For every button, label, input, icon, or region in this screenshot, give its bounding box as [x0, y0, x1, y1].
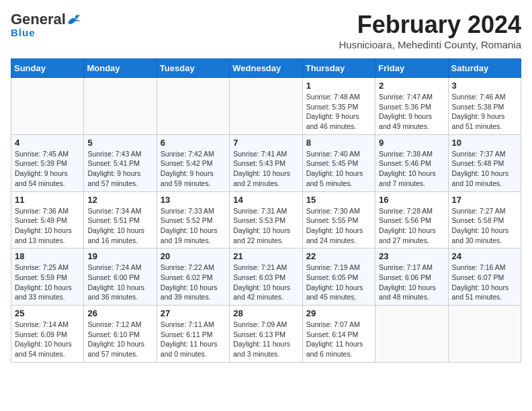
week-row-3: 11Sunrise: 7:36 AM Sunset: 5:49 PM Dayli…	[11, 191, 521, 248]
day-info: Sunrise: 7:40 AM Sunset: 5:45 PM Dayligh…	[306, 149, 371, 189]
calendar-cell: 4Sunrise: 7:45 AM Sunset: 5:39 PM Daylig…	[11, 134, 84, 191]
week-row-4: 18Sunrise: 7:25 AM Sunset: 5:59 PM Dayli…	[11, 248, 521, 306]
calendar-cell: 23Sunrise: 7:17 AM Sunset: 6:06 PM Dayli…	[375, 248, 448, 306]
day-number: 13	[161, 195, 226, 205]
month-year-title: February 2024	[339, 11, 521, 39]
logo-general: General	[11, 11, 66, 28]
header-sunday: Sunday	[11, 59, 84, 78]
day-number: 6	[161, 138, 226, 148]
calendar-cell: 13Sunrise: 7:33 AM Sunset: 5:52 PM Dayli…	[157, 191, 229, 248]
day-info: Sunrise: 7:36 AM Sunset: 5:49 PM Dayligh…	[15, 206, 80, 246]
day-info: Sunrise: 7:27 AM Sunset: 5:58 PM Dayligh…	[452, 206, 517, 246]
day-number: 11	[15, 195, 80, 205]
calendar-cell	[11, 78, 84, 135]
day-number: 17	[452, 195, 517, 205]
day-info: Sunrise: 7:46 AM Sunset: 5:38 PM Dayligh…	[452, 92, 517, 132]
day-info: Sunrise: 7:41 AM Sunset: 5:43 PM Dayligh…	[233, 149, 298, 189]
day-number: 16	[379, 195, 444, 205]
calendar-cell: 3Sunrise: 7:46 AM Sunset: 5:38 PM Daylig…	[448, 78, 521, 135]
calendar-cell: 27Sunrise: 7:11 AM Sunset: 6:11 PM Dayli…	[157, 306, 229, 363]
calendar-cell	[84, 78, 157, 135]
header-friday: Friday	[375, 59, 448, 78]
calendar-cell: 11Sunrise: 7:36 AM Sunset: 5:49 PM Dayli…	[11, 191, 84, 248]
day-info: Sunrise: 7:48 AM Sunset: 5:35 PM Dayligh…	[306, 92, 371, 132]
day-number: 19	[87, 251, 152, 261]
day-info: Sunrise: 7:14 AM Sunset: 6:09 PM Dayligh…	[15, 320, 80, 359]
calendar-cell: 7Sunrise: 7:41 AM Sunset: 5:43 PM Daylig…	[230, 134, 302, 191]
calendar-cell: 18Sunrise: 7:25 AM Sunset: 5:59 PM Dayli…	[11, 248, 84, 306]
calendar-cell: 26Sunrise: 7:12 AM Sunset: 6:10 PM Dayli…	[84, 306, 157, 363]
day-number: 5	[87, 138, 152, 148]
calendar-cell: 6Sunrise: 7:42 AM Sunset: 5:42 PM Daylig…	[157, 134, 229, 191]
week-row-1: 1Sunrise: 7:48 AM Sunset: 5:35 PM Daylig…	[11, 78, 521, 135]
page-header: General Blue February 2024 Husnicioara, …	[11, 11, 521, 50]
day-number: 25	[15, 308, 80, 318]
calendar-cell: 20Sunrise: 7:22 AM Sunset: 6:02 PM Dayli…	[157, 248, 229, 306]
day-info: Sunrise: 7:11 AM Sunset: 6:11 PM Dayligh…	[161, 320, 226, 359]
day-number: 14	[233, 195, 298, 205]
day-info: Sunrise: 7:09 AM Sunset: 6:13 PM Dayligh…	[233, 320, 298, 359]
title-section: February 2024 Husnicioara, Mehedinti Cou…	[339, 11, 521, 50]
calendar-cell	[230, 78, 302, 135]
day-number: 2	[379, 81, 444, 91]
day-info: Sunrise: 7:28 AM Sunset: 5:56 PM Dayligh…	[379, 206, 444, 246]
calendar-cell	[448, 306, 521, 363]
day-number: 29	[306, 308, 371, 318]
weekday-header-row: SundayMondayTuesdayWednesdayThursdayFrid…	[11, 59, 521, 78]
calendar-cell	[157, 78, 229, 135]
header-tuesday: Tuesday	[157, 59, 229, 78]
day-number: 15	[306, 195, 371, 205]
day-info: Sunrise: 7:25 AM Sunset: 5:59 PM Dayligh…	[15, 263, 80, 302]
day-info: Sunrise: 7:24 AM Sunset: 6:00 PM Dayligh…	[87, 263, 152, 302]
day-number: 21	[233, 251, 298, 261]
calendar-cell: 21Sunrise: 7:21 AM Sunset: 6:03 PM Dayli…	[230, 248, 302, 306]
day-number: 18	[15, 251, 80, 261]
logo: General Blue	[11, 11, 82, 38]
week-row-2: 4Sunrise: 7:45 AM Sunset: 5:39 PM Daylig…	[11, 134, 521, 191]
day-number: 3	[452, 81, 517, 91]
calendar-cell: 12Sunrise: 7:34 AM Sunset: 5:51 PM Dayli…	[84, 191, 157, 248]
day-info: Sunrise: 7:33 AM Sunset: 5:52 PM Dayligh…	[161, 206, 226, 246]
calendar-cell: 22Sunrise: 7:19 AM Sunset: 6:05 PM Dayli…	[302, 248, 375, 306]
calendar-cell	[375, 306, 448, 363]
calendar-cell: 28Sunrise: 7:09 AM Sunset: 6:13 PM Dayli…	[230, 306, 302, 363]
calendar-cell: 19Sunrise: 7:24 AM Sunset: 6:00 PM Dayli…	[84, 248, 157, 306]
calendar-cell: 2Sunrise: 7:47 AM Sunset: 5:36 PM Daylig…	[375, 78, 448, 135]
day-number: 27	[161, 308, 226, 318]
logo-bird-icon	[66, 13, 81, 26]
day-number: 9	[379, 138, 444, 148]
day-number: 10	[452, 138, 517, 148]
day-info: Sunrise: 7:07 AM Sunset: 6:14 PM Dayligh…	[306, 320, 371, 359]
day-number: 12	[87, 195, 152, 205]
day-number: 7	[233, 138, 298, 148]
day-number: 28	[233, 308, 298, 318]
calendar-cell: 14Sunrise: 7:31 AM Sunset: 5:53 PM Dayli…	[230, 191, 302, 248]
logo-blue-label: Blue	[11, 27, 36, 38]
header-saturday: Saturday	[448, 59, 521, 78]
day-number: 20	[161, 251, 226, 261]
day-number: 1	[306, 81, 371, 91]
day-info: Sunrise: 7:47 AM Sunset: 5:36 PM Dayligh…	[379, 92, 444, 132]
calendar-cell: 10Sunrise: 7:37 AM Sunset: 5:48 PM Dayli…	[448, 134, 521, 191]
day-info: Sunrise: 7:42 AM Sunset: 5:42 PM Dayligh…	[161, 149, 226, 189]
day-info: Sunrise: 7:37 AM Sunset: 5:48 PM Dayligh…	[452, 149, 517, 189]
day-number: 26	[87, 308, 152, 318]
header-thursday: Thursday	[302, 59, 375, 78]
day-info: Sunrise: 7:38 AM Sunset: 5:46 PM Dayligh…	[379, 149, 444, 189]
day-info: Sunrise: 7:19 AM Sunset: 6:05 PM Dayligh…	[306, 263, 371, 302]
header-monday: Monday	[84, 59, 157, 78]
calendar-cell: 8Sunrise: 7:40 AM Sunset: 5:45 PM Daylig…	[302, 134, 375, 191]
calendar-cell: 29Sunrise: 7:07 AM Sunset: 6:14 PM Dayli…	[302, 306, 375, 363]
calendar-cell: 17Sunrise: 7:27 AM Sunset: 5:58 PM Dayli…	[448, 191, 521, 248]
day-info: Sunrise: 7:31 AM Sunset: 5:53 PM Dayligh…	[233, 206, 298, 246]
calendar-cell: 16Sunrise: 7:28 AM Sunset: 5:56 PM Dayli…	[375, 191, 448, 248]
day-info: Sunrise: 7:45 AM Sunset: 5:39 PM Dayligh…	[15, 149, 80, 189]
calendar-cell: 15Sunrise: 7:30 AM Sunset: 5:55 PM Dayli…	[302, 191, 375, 248]
calendar-cell: 5Sunrise: 7:43 AM Sunset: 5:41 PM Daylig…	[84, 134, 157, 191]
day-info: Sunrise: 7:43 AM Sunset: 5:41 PM Dayligh…	[87, 149, 152, 189]
calendar-cell: 24Sunrise: 7:16 AM Sunset: 6:07 PM Dayli…	[448, 248, 521, 306]
day-info: Sunrise: 7:16 AM Sunset: 6:07 PM Dayligh…	[452, 263, 517, 302]
calendar-cell: 1Sunrise: 7:48 AM Sunset: 5:35 PM Daylig…	[302, 78, 375, 135]
day-info: Sunrise: 7:34 AM Sunset: 5:51 PM Dayligh…	[87, 206, 152, 246]
day-number: 8	[306, 138, 371, 148]
